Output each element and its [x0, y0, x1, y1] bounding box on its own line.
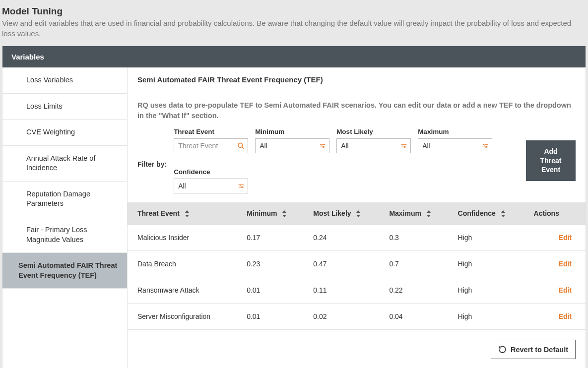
revert-icon: [498, 345, 507, 354]
sidebar-item-4[interactable]: Reputation Damage Parameters: [2, 182, 127, 217]
cell-actions: Edit: [528, 225, 586, 251]
col-minimum[interactable]: Minimum: [241, 202, 307, 225]
edit-link[interactable]: Edit: [559, 312, 572, 320]
revert-label: Revert to Default: [511, 346, 568, 354]
sort-icon: [185, 210, 190, 217]
cell-minimum: 0.01: [241, 304, 307, 330]
cell-confidence: High: [452, 304, 528, 330]
content-description: RQ uses data to pre-populate TEF to Semi…: [128, 92, 586, 121]
sort-icon: [501, 210, 506, 217]
filter-label-maximum: Maximum: [418, 128, 492, 135]
sidebar: Loss VariablesLoss LimitsCVE WeightingAn…: [2, 67, 128, 368]
minimum-select[interactable]: All: [255, 138, 329, 153]
confidence-select[interactable]: All: [174, 179, 248, 193]
cell-actions: Edit: [528, 304, 586, 330]
sliders-icon: [238, 183, 245, 189]
sidebar-item-0[interactable]: Loss Variables: [2, 67, 127, 94]
minimum-value: All: [260, 142, 267, 150]
col-threat-event-label: Threat Event: [137, 209, 180, 217]
cell-threat_event: Ransomware Attack: [128, 277, 241, 304]
svg-point-0: [238, 143, 243, 147]
cell-confidence: High: [452, 251, 528, 277]
content-area: Semi Automated FAIR Threat Event Frequen…: [128, 67, 586, 368]
cell-actions: Edit: [528, 251, 586, 277]
filter-label-threat-event: Threat Event: [174, 128, 248, 135]
threat-event-placeholder: Threat Event: [178, 142, 218, 150]
cell-threat_event: Malicious Insider: [128, 225, 241, 251]
svg-point-5: [323, 146, 324, 147]
confidence-value: All: [178, 182, 186, 190]
tef-table: Threat Event Minimum: [128, 202, 586, 330]
cell-maximum: 0.7: [383, 251, 452, 277]
cell-threat_event: Server Misconfiguration: [128, 304, 241, 330]
sort-icon: [282, 210, 287, 217]
cell-most_likely: 0.24: [307, 225, 383, 251]
filter-label-minimum: Minimum: [255, 128, 329, 135]
filter-most-likely: Most Likely All: [336, 128, 411, 153]
sidebar-item-5[interactable]: Fair - Primary Loss Magnitude Values: [2, 217, 127, 253]
page-title: Model Tuning: [2, 6, 586, 17]
col-maximum[interactable]: Maximum: [383, 202, 452, 225]
edit-link[interactable]: Edit: [559, 286, 572, 294]
svg-point-17: [242, 186, 243, 187]
svg-line-1: [242, 147, 244, 148]
most-likely-select[interactable]: All: [336, 138, 411, 153]
cell-maximum: 0.3: [383, 225, 452, 251]
cell-confidence: High: [452, 225, 528, 251]
sidebar-item-1[interactable]: Loss Limits: [2, 94, 127, 120]
panel-header: Variables: [2, 46, 586, 67]
sidebar-item-6[interactable]: Semi Automated FAIR Threat Event Frequen…: [2, 253, 127, 289]
sort-icon: [426, 210, 431, 217]
filter-minimum: Minimum All: [255, 128, 329, 153]
most-likely-value: All: [341, 142, 349, 150]
page-subtitle: View and edit variables that are used in…: [2, 18, 586, 39]
filter-by-label: Filter by:: [137, 160, 167, 168]
sliders-icon: [319, 142, 326, 149]
sidebar-item-3[interactable]: Annual Attack Rate of Incidence: [2, 146, 127, 182]
svg-point-12: [484, 144, 485, 145]
maximum-value: All: [422, 142, 430, 150]
col-confidence-label: Confidence: [458, 209, 496, 217]
col-actions: Actions: [528, 202, 586, 225]
cell-minimum: 0.01: [241, 277, 307, 304]
cell-confidence: High: [452, 277, 528, 304]
cell-actions: Edit: [528, 277, 586, 304]
svg-point-13: [486, 146, 487, 147]
search-icon: [237, 142, 245, 150]
sliders-icon: [482, 142, 489, 149]
cell-minimum: 0.23: [241, 251, 307, 277]
edit-link[interactable]: Edit: [559, 234, 572, 242]
cell-maximum: 0.22: [383, 277, 452, 304]
filter-label-most-likely: Most Likely: [336, 128, 411, 135]
filter-maximum: Maximum All: [418, 128, 492, 153]
filter-label-confidence: Confidence: [174, 168, 248, 176]
svg-point-8: [402, 144, 403, 145]
col-most-likely-label: Most Likely: [313, 209, 351, 217]
table-row: Server Misconfiguration0.010.020.04HighE…: [128, 304, 586, 330]
revert-to-default-button[interactable]: Revert to Default: [491, 340, 576, 359]
filter-confidence: Confidence All: [174, 168, 248, 193]
sidebar-item-2[interactable]: CVE Weighting: [2, 120, 127, 146]
table-row: Data Breach0.230.470.7HighEdit: [128, 251, 586, 277]
svg-point-16: [240, 184, 241, 185]
table-row: Ransomware Attack0.010.110.22HighEdit: [128, 277, 586, 304]
maximum-select[interactable]: All: [418, 138, 492, 153]
cell-maximum: 0.04: [383, 304, 452, 330]
col-most-likely[interactable]: Most Likely: [307, 202, 383, 225]
col-maximum-label: Maximum: [389, 209, 421, 217]
svg-point-4: [321, 144, 322, 145]
content-title: Semi Automated FAIR Threat Event Frequen…: [128, 67, 586, 92]
filter-threat-event: Threat Event Threat Event: [174, 128, 248, 153]
threat-event-input[interactable]: Threat Event: [174, 138, 248, 153]
col-confidence[interactable]: Confidence: [452, 202, 528, 225]
table-row: Malicious Insider0.170.240.3HighEdit: [128, 225, 586, 251]
cell-most_likely: 0.02: [307, 304, 383, 330]
cell-most_likely: 0.11: [307, 277, 383, 304]
sliders-icon: [400, 142, 407, 149]
edit-link[interactable]: Edit: [559, 260, 572, 268]
col-threat-event[interactable]: Threat Event: [128, 202, 241, 225]
add-threat-event-button[interactable]: Add Threat Event: [526, 140, 576, 182]
cell-threat_event: Data Breach: [128, 251, 241, 277]
col-minimum-label: Minimum: [247, 209, 277, 217]
sort-icon: [356, 210, 361, 217]
